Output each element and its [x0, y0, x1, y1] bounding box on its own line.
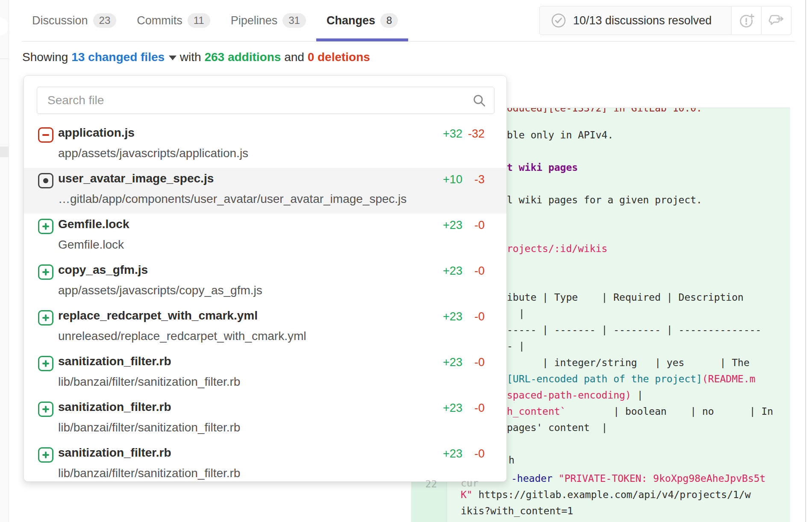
- changed-file-row[interactable]: sanitization_filter.rb lib/banzai/filter…: [24, 442, 506, 482]
- file-path: lib/banzai/filter/sanitization_filter.rb: [58, 466, 240, 480]
- tab-count-badge: 11: [188, 13, 210, 28]
- file-deletions: -0: [474, 356, 485, 369]
- changed-file-row[interactable]: user_avatar_image_spec.js …gitlab/app/co…: [24, 168, 506, 214]
- tab-count-badge: 8: [380, 13, 398, 28]
- file-path: …gitlab/app/components/user_avatar/user_…: [58, 192, 407, 206]
- changed-file-row[interactable]: replace_redcarpet_with_cmark.yml unrelea…: [24, 305, 506, 351]
- diff-code-line: ibute | Type | Required | Description: [507, 291, 744, 304]
- file-additions: +23: [443, 356, 462, 369]
- diff-code-line: | integer/string | yes | The: [507, 356, 750, 369]
- file-name: sanitization_filter.rb: [58, 355, 171, 368]
- file-name: Gemfile.lock: [58, 217, 129, 231]
- diff-code-line: |: [507, 307, 525, 320]
- file-deletions: -32: [468, 127, 485, 141]
- tab-label: Pipelines: [231, 14, 278, 27]
- merge-request-changes-page: oduced][ce-13372] in GitLab 10.0.ble onl…: [0, 0, 812, 522]
- discussion-controls: 10/13 discussions resolved: [539, 6, 791, 35]
- tab[interactable]: Changes 8: [316, 0, 408, 41]
- discussions-resolved-label: 10/13 discussions resolved: [573, 14, 712, 27]
- page-edge-divider: [805, 0, 806, 522]
- changed-file-row[interactable]: Gemfile.lock Gemfile.lock +23 -0: [24, 214, 506, 259]
- changed-file-row[interactable]: application.js app/assets/javascripts/ap…: [24, 122, 506, 168]
- file-deletions: -0: [474, 310, 485, 323]
- divider: [0, 59, 9, 59]
- file-path: unreleased/replace_redcarpet_with_cmark.…: [58, 329, 306, 343]
- tab-label: Commits: [137, 14, 182, 27]
- chevron-down-icon[interactable]: [169, 56, 177, 60]
- file-deletions: -0: [474, 264, 485, 278]
- file-name: copy_as_gfm.js: [58, 263, 148, 277]
- file-name: sanitization_filter.rb: [58, 446, 171, 460]
- check-circle-icon: [551, 13, 566, 28]
- diff-code-line: h: [509, 454, 515, 466]
- search-icon: [472, 93, 486, 108]
- diff-code-line: K" https://gitlab.example.com/api/v4/pro…: [461, 488, 751, 501]
- diff-code-line: ----- | ------- | -------- | -----------…: [507, 323, 761, 336]
- diff-code-line: l wiki pages for a given project.: [507, 194, 702, 206]
- diff-line-number: 22: [425, 478, 437, 490]
- file-status-icon: [38, 173, 53, 188]
- diff-code-line: rojects/:id/wikis: [507, 242, 607, 255]
- diff-code-line: ble only in APIv4.: [507, 129, 613, 141]
- tab-count-badge: 31: [282, 13, 306, 28]
- file-deletions: -0: [474, 402, 485, 415]
- diff-code-line: [URL-encoded path of the project](README…: [507, 372, 756, 385]
- changes-summary: Showing 13 changed files with 263 additi…: [22, 50, 370, 64]
- comment-next-icon: [768, 12, 785, 29]
- tab-label: Discussion: [32, 14, 88, 27]
- file-additions: +23: [443, 310, 462, 323]
- diff-code-line: h_content` | boolean | no | In: [507, 405, 773, 418]
- summary-and: and: [284, 50, 304, 64]
- issue-new-icon: [738, 12, 755, 29]
- file-additions: +32: [443, 127, 462, 141]
- tab[interactable]: Pipelines 31: [221, 0, 316, 41]
- file-deletions: -0: [474, 447, 485, 460]
- tab[interactable]: Commits 11: [127, 0, 220, 41]
- file-path: app/assets/javascripts/application.js: [58, 147, 248, 160]
- changed-files-list: application.js app/assets/javascripts/ap…: [24, 122, 506, 482]
- left-edge-panel: [0, 0, 9, 522]
- file-additions: +23: [443, 264, 462, 278]
- diff-code-fragment: cur: [461, 478, 479, 489]
- resolve-all-in-new-issue-button[interactable]: [732, 6, 762, 35]
- changed-file-row[interactable]: copy_as_gfm.js app/assets/javascripts/co…: [24, 259, 506, 305]
- jump-to-next-discussion-button[interactable]: [762, 6, 791, 35]
- tab[interactable]: Discussion 23: [22, 0, 127, 41]
- changed-files-dropdown: application.js app/assets/javascripts/ap…: [24, 75, 507, 482]
- diff-code-line: -header "PRIVATE-TOKEN: 9koXpg98eAheJpvB…: [511, 472, 765, 485]
- additions-count: 263 additions: [204, 50, 281, 64]
- file-status-icon: [38, 402, 53, 417]
- changed-files-dropdown-toggle[interactable]: 13 changed files: [71, 50, 165, 64]
- file-search-box: [37, 87, 494, 114]
- diff-code-line: pages' content |: [507, 421, 607, 434]
- tab-label: Changes: [327, 14, 375, 27]
- file-additions: +10: [443, 173, 462, 186]
- file-status-icon: [38, 356, 53, 371]
- changed-file-row[interactable]: sanitization_filter.rb lib/banzai/filter…: [24, 351, 506, 396]
- summary-with: with: [180, 50, 201, 64]
- file-additions: +23: [443, 219, 462, 232]
- file-name: user_avatar_image_spec.js: [58, 172, 214, 185]
- left-edge-block: [0, 147, 9, 157]
- file-deletions: -3: [474, 173, 485, 186]
- file-additions: +23: [443, 447, 462, 460]
- diff-code-line: oduced][ce-13372] in GitLab 10.0.: [507, 108, 702, 114]
- file-status-icon: [38, 447, 53, 463]
- summary-prefix: Showing: [22, 50, 68, 64]
- file-status-icon: [38, 264, 53, 280]
- changed-file-row[interactable]: sanitization_filter.rb lib/banzai/filter…: [24, 396, 506, 442]
- file-status-icon: [38, 310, 53, 326]
- diff-code-line: ikis?with_content=1: [461, 504, 573, 517]
- diff-code-line: spaced-path-encoding) |: [507, 389, 643, 402]
- file-name: replace_redcarpet_with_cmark.yml: [58, 309, 258, 323]
- file-additions: +23: [443, 402, 462, 415]
- file-deletions: -0: [474, 219, 485, 232]
- file-path: Gemfile.lock: [58, 238, 124, 252]
- file-path: lib/banzai/filter/sanitization_filter.rb: [58, 421, 240, 434]
- diff-code-line: t wiki pages: [507, 161, 578, 174]
- search-file-input[interactable]: [37, 94, 472, 107]
- diff-code-line: - |: [507, 340, 525, 352]
- file-path: lib/banzai/filter/sanitization_filter.rb: [58, 375, 240, 389]
- deletions-count: 0 deletions: [308, 50, 370, 64]
- file-status-icon: [38, 219, 53, 234]
